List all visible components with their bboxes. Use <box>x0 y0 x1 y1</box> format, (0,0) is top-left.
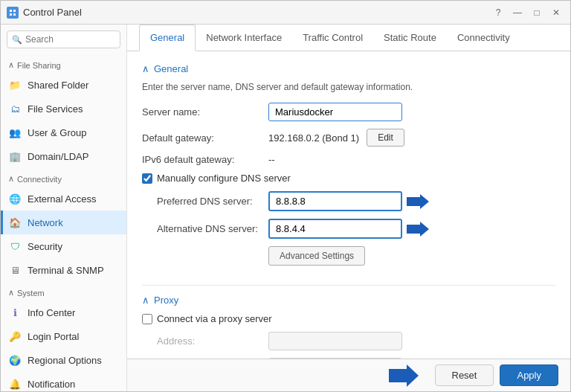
sidebar-item-login-portal[interactable]: 🔑 Login Portal <box>1 324 126 348</box>
content-area: General Network Interface Traffic Contro… <box>127 25 570 391</box>
window-title: Control Panel <box>23 7 82 18</box>
sidebar-item-label-notification: Notification <box>28 379 75 390</box>
footer: Reset Apply <box>127 359 570 391</box>
proxy-section: ∧ Proxy Connect via a proxy server Addre… <box>142 295 555 359</box>
proxy-section-label: Proxy <box>154 295 178 306</box>
alternative-dns-label: Alternative DNS server: <box>142 223 268 234</box>
sidebar-item-label-network: Network <box>28 217 63 228</box>
section-divider <box>142 285 555 286</box>
proxy-address-input[interactable] <box>268 332 402 350</box>
security-icon: 🛡 <box>8 240 22 253</box>
alternative-dns-row: Alternative DNS server: <box>142 219 555 239</box>
tab-traffic-control[interactable]: Traffic Control <box>292 25 373 51</box>
sidebar-item-label-regional-options: Regional Options <box>28 355 102 366</box>
preferred-dns-row: Preferred DNS server: <box>142 191 555 211</box>
sidebar-item-label-user-group: User & Group <box>28 127 86 138</box>
window-controls: ? — □ ✕ <box>490 4 564 21</box>
sidebar-item-label-external-access: External Access <box>28 193 97 205</box>
minimize-button[interactable]: — <box>509 4 526 21</box>
sidebar-item-shared-folder[interactable]: 📁 Shared Folder <box>1 73 126 97</box>
login-portal-icon: 🔑 <box>8 330 22 343</box>
reset-button[interactable]: Reset <box>435 364 494 386</box>
general-chevron-icon: ∧ <box>142 63 149 74</box>
titlebar: Control Panel ? — □ ✕ <box>1 1 570 25</box>
ipv6-gateway-label: IPv6 default gateway: <box>142 154 268 165</box>
sidebar-item-notification[interactable]: 🔔 Notification <box>1 372 126 391</box>
svg-rect-3 <box>13 13 16 16</box>
tab-static-route[interactable]: Static Route <box>373 25 447 51</box>
sidebar-item-file-services[interactable]: 🗂 File Services <box>1 97 126 121</box>
default-gateway-value: 192.168.0.2 (Bond 1) <box>268 132 359 144</box>
sidebar-item-label-shared-folder: Shared Folder <box>28 80 88 91</box>
network-icon: 🏠 <box>8 216 22 229</box>
tab-bar: General Network Interface Traffic Contro… <box>127 25 570 51</box>
sidebar-item-security[interactable]: 🛡 Security <box>1 234 126 258</box>
sidebar: 🔍 ∧ File Sharing 📁 Shared Folder 🗂 File … <box>1 25 127 391</box>
sidebar-item-network[interactable]: 🏠 Network <box>1 211 126 234</box>
manually-dns-checkbox[interactable] <box>142 173 152 184</box>
tab-connectivity[interactable]: Connectivity <box>447 25 520 51</box>
notification-icon: 🔔 <box>8 377 22 391</box>
svg-marker-4 <box>407 194 429 209</box>
server-name-label: Server name: <box>142 106 268 118</box>
alternative-dns-arrow <box>407 222 429 237</box>
svg-rect-2 <box>10 13 12 16</box>
section-label-file-sharing: ∧ File Sharing <box>1 54 126 73</box>
alternative-dns-input[interactable] <box>268 219 402 239</box>
advanced-settings-button[interactable]: Advanced Settings <box>268 246 365 266</box>
default-gateway-label: Default gateway: <box>142 132 268 144</box>
help-button[interactable]: ? <box>490 4 506 21</box>
terminal-icon: 🖥 <box>8 263 22 277</box>
app-icon <box>7 7 19 19</box>
search-icon: 🔍 <box>12 35 22 45</box>
general-description: Enter the server name, DNS server and de… <box>142 82 555 92</box>
svg-marker-6 <box>389 364 419 387</box>
sidebar-item-label-security: Security <box>28 241 62 252</box>
proxy-connect-checkbox[interactable] <box>142 314 152 324</box>
domain-ldap-icon: 🏢 <box>8 150 22 163</box>
proxy-section-header[interactable]: ∧ Proxy <box>142 295 555 306</box>
sidebar-item-user-group[interactable]: 👥 User & Group <box>1 121 126 144</box>
close-button[interactable]: ✕ <box>548 4 564 21</box>
section-arrow-connectivity: ∧ <box>8 174 14 184</box>
tab-network-interface[interactable]: Network Interface <box>196 25 292 51</box>
ipv6-gateway-value: -- <box>268 154 275 165</box>
sidebar-item-external-access[interactable]: 🌐 External Access <box>1 187 126 211</box>
sidebar-item-label-login-portal: Login Portal <box>28 331 79 342</box>
sidebar-item-regional-options[interactable]: 🌍 Regional Options <box>1 348 126 372</box>
general-section-header[interactable]: ∧ General <box>142 63 555 74</box>
sidebar-item-domain-ldap[interactable]: 🏢 Domain/LDAP <box>1 144 126 168</box>
server-name-input[interactable] <box>268 103 402 121</box>
section-arrow-system: ∧ <box>8 288 14 298</box>
sidebar-item-label-domain-ldap: Domain/LDAP <box>28 151 88 162</box>
preferred-dns-label: Preferred DNS server: <box>142 196 268 207</box>
apply-button[interactable]: Apply <box>500 364 558 386</box>
maximize-button[interactable]: □ <box>529 4 545 21</box>
tab-general[interactable]: General <box>139 25 196 51</box>
svg-rect-0 <box>10 10 12 12</box>
sidebar-item-label-file-services: File Services <box>28 103 83 115</box>
general-section-label: General <box>154 63 188 74</box>
svg-rect-1 <box>13 10 16 12</box>
proxy-connect-label: Connect via a proxy server <box>157 313 272 324</box>
default-gateway-row: Default gateway: 192.168.0.2 (Bond 1) Ed… <box>142 129 555 147</box>
proxy-connect-row: Connect via a proxy server <box>142 313 555 324</box>
preferred-dns-arrow <box>407 194 429 209</box>
info-center-icon: ℹ <box>8 306 22 319</box>
sidebar-item-label-terminal-snmp: Terminal & SNMP <box>28 265 104 276</box>
control-panel-window: Control Panel ? — □ ✕ 🔍 ∧ File Sharing <box>0 0 571 392</box>
preferred-dns-input[interactable] <box>268 191 402 211</box>
user-group-icon: 👥 <box>8 126 22 139</box>
edit-gateway-button[interactable]: Edit <box>367 129 404 147</box>
file-services-icon: 🗂 <box>8 102 22 115</box>
sidebar-item-terminal-snmp[interactable]: 🖥 Terminal & SNMP <box>1 258 126 282</box>
main-area: 🔍 ∧ File Sharing 📁 Shared Folder 🗂 File … <box>1 25 570 391</box>
svg-marker-5 <box>407 222 429 237</box>
proxy-address-label: Address: <box>142 335 268 347</box>
proxy-chevron-icon: ∧ <box>142 295 149 306</box>
search-input[interactable] <box>7 30 120 48</box>
apply-arrow-indicator <box>389 364 419 387</box>
section-label-connectivity: ∧ Connectivity <box>1 168 126 187</box>
regional-options-icon: 🌍 <box>8 353 22 367</box>
sidebar-item-info-center[interactable]: ℹ Info Center <box>1 301 126 324</box>
